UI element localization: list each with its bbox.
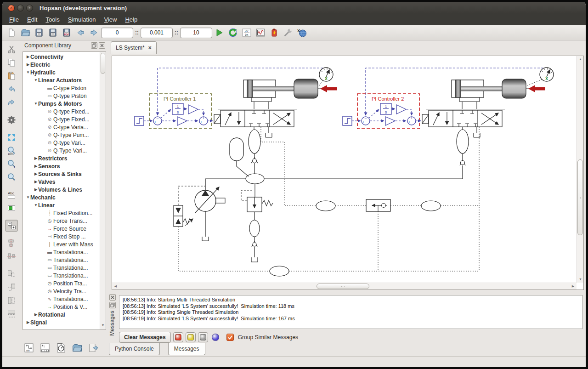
distribute-bottom-button[interactable] <box>5 308 18 320</box>
model-canvas[interactable]: PI Controller 1 <box>112 56 584 290</box>
tree-scroll-down-arrow[interactable]: ▼ <box>100 324 106 329</box>
force-source-2[interactable] <box>526 85 545 92</box>
maximize-window-button[interactable]: ▫ <box>26 5 33 11</box>
menu-view[interactable]: View <box>100 15 121 24</box>
tab-messages[interactable]: Messages <box>168 343 205 355</box>
collapse-icon[interactable]: ▼ <box>34 78 38 82</box>
paste-button[interactable] <box>5 70 18 82</box>
back-button[interactable] <box>74 26 87 39</box>
cylinder-2[interactable] <box>452 80 502 109</box>
tree-item[interactable]: ▬C-type Piston <box>23 84 99 92</box>
collapse-icon[interactable]: ▼ <box>26 195 30 199</box>
generate-component-button[interactable] <box>55 341 68 354</box>
cut-button[interactable] <box>5 43 18 55</box>
tree-item[interactable]: ⊘Q-Type Pum... <box>23 131 99 139</box>
float-messages-button[interactable] <box>109 302 116 308</box>
copy-button[interactable] <box>5 57 18 68</box>
clear-messages-button[interactable]: Clear Messages <box>119 332 171 343</box>
collapse-icon[interactable]: ▼ <box>26 70 30 74</box>
tree-item[interactable]: ∿Translationa... <box>23 295 99 303</box>
tree-branch-pumps-motors[interactable]: ▼Pumps & Motors <box>23 100 99 108</box>
expand-icon[interactable]: ▶ <box>26 62 30 67</box>
position-sensor-2[interactable]: x <box>527 68 554 85</box>
zoom-in-button[interactable]: + <box>5 158 18 170</box>
optimize-button[interactable]: ∂Y∂X <box>240 26 253 39</box>
menu-help[interactable]: Help <box>121 15 141 24</box>
tree-item[interactable]: ⊘Q-type Vari... <box>23 139 99 147</box>
filter-error-button[interactable] <box>173 332 183 342</box>
tree-item[interactable]: ◷Position Tra... <box>23 279 99 287</box>
distribute-side-button[interactable] <box>5 295 18 307</box>
load-component-library-button[interactable] <box>39 341 51 354</box>
expand-icon[interactable]: ▶ <box>34 172 38 176</box>
distribute-top-button[interactable] <box>5 268 18 280</box>
zoom-100-button[interactable]: 100% <box>5 145 18 157</box>
distribute-diagonal-button[interactable] <box>5 281 18 293</box>
new-model-button[interactable] <box>5 26 18 39</box>
scroll-right-arrow[interactable]: ▶ <box>570 283 577 290</box>
tree-item[interactable]: |Lever with Mass <box>23 240 99 248</box>
tree-item[interactable]: ▭Translationa... <box>23 272 99 279</box>
expand-icon[interactable]: ▶ <box>34 156 38 160</box>
step-source-1[interactable] <box>135 116 153 125</box>
expand-icon[interactable]: ▶ <box>34 187 38 192</box>
float-panel-button[interactable] <box>91 42 97 49</box>
tree-branch-linear[interactable]: ▼Linear <box>23 201 99 209</box>
menu-edit[interactable]: Edit <box>23 15 41 24</box>
signal-feedback-lines[interactable] <box>158 68 547 115</box>
save-model-as-button[interactable] <box>46 26 59 39</box>
ls-volume-2[interactable] <box>421 201 441 211</box>
tab-close-icon[interactable]: × <box>148 45 152 51</box>
tree-item[interactable]: ┊Fixed Position... <box>23 209 99 217</box>
message-log[interactable]: [08:56:13] Info: Starting Multi Threaded… <box>119 295 583 329</box>
plot-button[interactable] <box>254 26 267 39</box>
scroll-up-arrow[interactable]: ▲ <box>577 56 584 62</box>
simulation-settings-gear-button[interactable] <box>5 114 18 126</box>
center-view-button[interactable] <box>5 131 18 143</box>
menu-simulation[interactable]: Simulation <box>64 15 100 24</box>
filter-info-button[interactable] <box>198 332 208 342</box>
tree-branch-mechanic[interactable]: ▼Mechanic <box>23 193 99 201</box>
tree-item[interactable]: ⊘C-type Varia... <box>23 123 99 131</box>
directional-valve-2[interactable] <box>422 109 505 128</box>
system-parameters-button[interactable]: X= <box>295 26 308 39</box>
scroll-left-arrow[interactable]: ◀ <box>112 283 119 290</box>
expand-icon[interactable]: ▶ <box>34 312 38 317</box>
align-vertical-center-button[interactable] <box>5 237 18 249</box>
mass-1[interactable] <box>294 79 318 98</box>
tab-python-console[interactable]: Python Console <box>109 343 160 355</box>
insert-box-widget-button[interactable] <box>5 202 18 214</box>
collapse-icon[interactable]: ▼ <box>34 203 38 207</box>
scroll-down-arrow[interactable]: ▼ <box>577 276 584 283</box>
close-messages-button[interactable] <box>109 294 116 301</box>
tree-item[interactable]: ▭Translationa... <box>23 256 99 264</box>
ls-volume-3[interactable] <box>270 266 289 276</box>
open-external-library-button[interactable] <box>71 341 84 354</box>
menu-file[interactable]: File <box>5 15 23 24</box>
energy-losses-button[interactable] <box>268 26 281 39</box>
undo-button[interactable] <box>5 83 18 95</box>
directional-valve-1[interactable] <box>214 109 297 128</box>
forward-button[interactable] <box>88 26 101 39</box>
redo-button[interactable] <box>5 97 18 108</box>
tree-branch-rotational[interactable]: ▶Rotational <box>23 311 99 318</box>
variable-pump[interactable] <box>195 179 225 241</box>
expand-icon[interactable]: ▶ <box>26 55 30 59</box>
filter-warning-button[interactable] <box>186 332 196 342</box>
expand-subsystem-button[interactable] <box>5 220 18 232</box>
tree-branch-hydraulic[interactable]: ▼Hydraulic <box>23 68 99 76</box>
hydraulic-lines[interactable] <box>205 127 480 197</box>
open-model-button[interactable] <box>19 26 32 39</box>
properties-wrench-button[interactable] <box>282 26 294 39</box>
time-step-field[interactable] <box>141 28 173 38</box>
shuttle-valve[interactable] <box>366 199 390 211</box>
expand-icon[interactable]: ▶ <box>26 320 30 324</box>
tree-item[interactable]: ⊘Q-type Fixed... <box>23 108 99 115</box>
zoom-out-button[interactable]: - <box>5 171 18 183</box>
tree-branch-volumes-lines[interactable]: ▶Volumes & Lines <box>23 186 99 193</box>
ls-volume-1[interactable] <box>316 201 335 211</box>
tree-branch-sources-sinks[interactable]: ▶Sources & Sinks <box>23 170 99 178</box>
pi-controller-2[interactable]: PI Controller 2 <box>357 94 419 129</box>
start-time-field[interactable] <box>101 28 133 38</box>
canvas-vertical-scrollbar[interactable]: ▲ ▼ <box>577 56 583 283</box>
